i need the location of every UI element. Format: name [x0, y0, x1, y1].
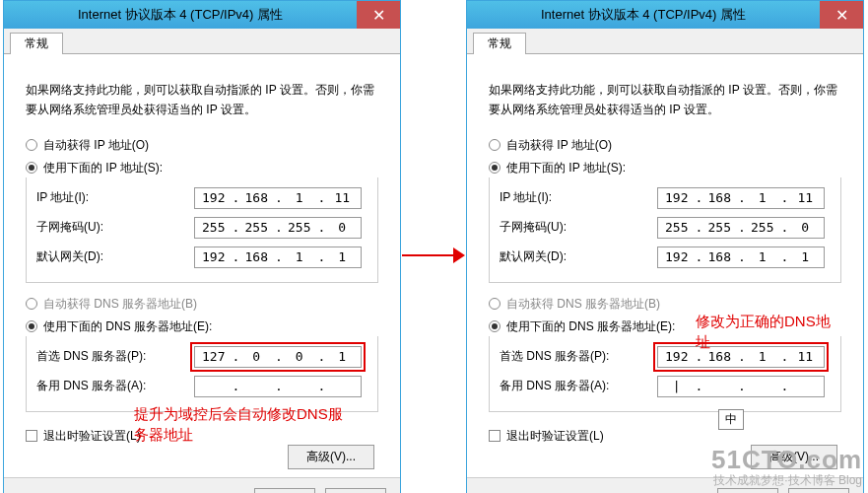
validate-label: 退出时验证设置(L): [43, 428, 141, 445]
validate-label: 退出时验证设置(L): [506, 428, 604, 445]
gateway-input[interactable]: 192. 168. 1. 1: [194, 246, 362, 268]
window-title: Internet 协议版本 4 (TCP/IPv4) 属性: [467, 1, 820, 29]
advanced-button[interactable]: 高级(V)...: [288, 445, 374, 469]
label-gateway: 默认网关(D):: [500, 248, 657, 265]
radio-dns-manual-label: 使用下面的 DNS 服务器地址(E):: [43, 318, 212, 335]
subnet-mask-input[interactable]: 255. 255. 255. 0: [657, 217, 825, 239]
dialog-body: 如果网络支持此功能，则可以获取自动指派的 IP 设置。否则，你需要从网络系统管理…: [4, 54, 400, 477]
label-subnet: 子网掩码(U):: [36, 219, 194, 236]
radio-icon: [26, 298, 37, 310]
label-gateway: 默认网关(D):: [36, 248, 194, 265]
watermark-domain: 51CTO.com: [711, 446, 862, 474]
tab-strip: 常规: [4, 33, 400, 54]
close-icon: ✕: [835, 6, 848, 25]
radio-ip-manual-label: 使用下面的 IP 地址(S):: [506, 160, 626, 176]
radio-icon: [489, 139, 501, 151]
label-subnet: 子网掩码(U):: [500, 219, 657, 236]
dns-alt-input[interactable]: . . .: [194, 376, 362, 397]
ime-indicator: 中: [718, 409, 744, 430]
radio-dns-auto: 自动获得 DNS 服务器地址(B): [26, 293, 378, 316]
radio-ip-auto-label: 自动获得 IP 地址(O): [43, 137, 149, 154]
annotation-right: 修改为正确的DNS地址: [696, 311, 841, 352]
radio-icon: [26, 162, 37, 174]
watermark-slogan: 技术成就梦想·技术博客 Blog: [711, 474, 862, 487]
tab-general[interactable]: 常规: [473, 33, 526, 54]
radio-ip-manual[interactable]: 使用下面的 IP 地址(S):: [26, 157, 378, 179]
gateway-input[interactable]: 192. 168. 1. 1: [657, 246, 825, 268]
cancel-button[interactable]: 取消: [788, 488, 849, 493]
dns-group: 自动获得 DNS 服务器地址(B) 使用下面的 DNS 服务器地址(E): 首选…: [489, 293, 841, 412]
radio-ip-auto-label: 自动获得 IP 地址(O): [506, 137, 612, 154]
dns-primary-input[interactable]: 127. 0. 0. 1: [194, 346, 362, 368]
radio-icon: [489, 320, 501, 332]
checkbox-icon: [489, 430, 501, 442]
titlebar: Internet 协议版本 4 (TCP/IPv4) 属性 ✕: [4, 1, 400, 29]
arrow-annotation: [402, 250, 465, 260]
radio-ip-auto[interactable]: 自动获得 IP 地址(O): [489, 134, 841, 157]
label-ip: IP 地址(I):: [500, 189, 657, 206]
cancel-button[interactable]: 取消: [325, 488, 386, 493]
label-dns-alt: 备用 DNS 服务器(A):: [36, 378, 194, 394]
radio-icon: [26, 320, 37, 332]
radio-icon: [26, 139, 37, 151]
radio-ip-auto[interactable]: 自动获得 IP 地址(O): [26, 134, 378, 157]
tab-general[interactable]: 常规: [10, 33, 63, 54]
annotation-left: 提升为域控后会自动修改DNS服务器地址: [134, 403, 351, 445]
ip-address-input[interactable]: 192. 168. 1. 11: [194, 187, 362, 209]
label-dns-alt: 备用 DNS 服务器(A):: [500, 378, 657, 394]
tcpip-properties-dialog-right: Internet 协议版本 4 (TCP/IPv4) 属性 ✕ 常规 如果网络支…: [466, 0, 864, 493]
description-text: 如果网络支持此功能，则可以获取自动指派的 IP 设置。否则，你需要从网络系统管理…: [16, 64, 388, 132]
dns-group: 自动获得 DNS 服务器地址(B) 使用下面的 DNS 服务器地址(E): 首选…: [26, 293, 378, 412]
label-ip: IP 地址(I):: [36, 189, 194, 206]
ok-button[interactable]: 确定: [254, 488, 315, 493]
ip-fieldset: IP 地址(I): 192. 168. 1. 11 子网掩码(U): 255. …: [26, 177, 378, 283]
label-dns-primary: 首选 DNS 服务器(P):: [36, 348, 194, 365]
label-dns-primary: 首选 DNS 服务器(P):: [500, 348, 657, 365]
radio-dns-auto-label: 自动获得 DNS 服务器地址(B): [506, 296, 660, 313]
dns-fieldset: 首选 DNS 服务器(P): 127. 0. 0. 1 备用 DNS 服务器(A…: [26, 336, 378, 412]
window-title: Internet 协议版本 4 (TCP/IPv4) 属性: [4, 1, 357, 29]
validate-checkbox-row[interactable]: 退出时验证设置(L): [479, 422, 851, 445]
radio-ip-manual[interactable]: 使用下面的 IP 地址(S):: [489, 157, 841, 179]
dns-alt-input[interactable]: |. . .: [657, 376, 825, 397]
dialog-body: 如果网络支持此功能，则可以获取自动指派的 IP 设置。否则，你需要从网络系统管理…: [467, 54, 863, 477]
radio-ip-manual-label: 使用下面的 IP 地址(S):: [43, 160, 163, 176]
radio-icon: [489, 298, 501, 310]
close-button[interactable]: ✕: [357, 1, 400, 29]
watermark: 51CTO.com 技术成就梦想·技术博客 Blog: [711, 446, 862, 487]
close-icon: ✕: [372, 6, 385, 25]
subnet-mask-input[interactable]: 255. 255. 255. 0: [194, 217, 362, 239]
close-button[interactable]: ✕: [820, 1, 863, 29]
radio-dns-manual[interactable]: 使用下面的 DNS 服务器地址(E):: [26, 316, 378, 338]
radio-dns-auto-label: 自动获得 DNS 服务器地址(B): [43, 296, 197, 313]
tab-strip: 常规: [467, 33, 863, 54]
ip-group: 自动获得 IP 地址(O) 使用下面的 IP 地址(S): IP 地址(I): …: [26, 134, 378, 283]
titlebar: Internet 协议版本 4 (TCP/IPv4) 属性 ✕: [467, 1, 863, 29]
ip-fieldset: IP 地址(I): 192. 168. 1. 11 子网掩码(U): 255. …: [489, 177, 841, 283]
ip-group: 自动获得 IP 地址(O) 使用下面的 IP 地址(S): IP 地址(I): …: [489, 134, 841, 283]
arrow-head-icon: [453, 247, 465, 263]
ip-address-input[interactable]: 192. 168. 1. 11: [657, 187, 825, 209]
checkbox-icon: [26, 430, 37, 442]
radio-dns-manual-label: 使用下面的 DNS 服务器地址(E):: [506, 318, 675, 335]
dialog-footer: 确定 取消: [4, 477, 400, 493]
ok-button[interactable]: 确定: [717, 488, 778, 493]
radio-icon: [489, 162, 501, 174]
tcpip-properties-dialog-left: Internet 协议版本 4 (TCP/IPv4) 属性 ✕ 常规 如果网络支…: [3, 0, 401, 493]
description-text: 如果网络支持此功能，则可以获取自动指派的 IP 设置。否则，你需要从网络系统管理…: [479, 64, 851, 132]
